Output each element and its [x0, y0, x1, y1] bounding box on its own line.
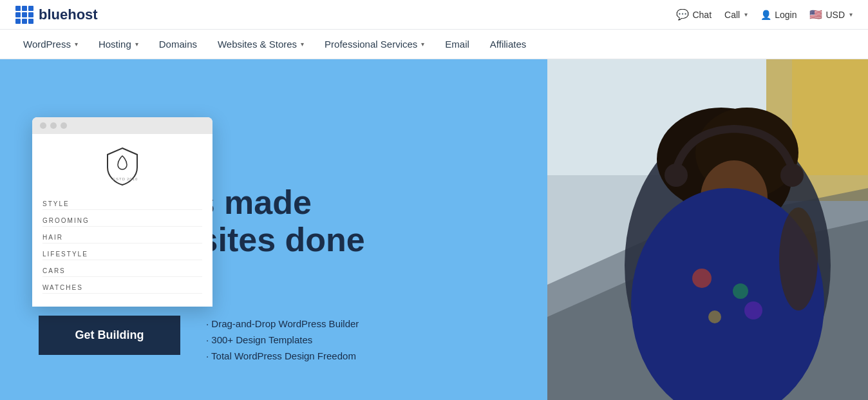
nav-email[interactable]: Email: [437, 30, 477, 59]
hero-bullet-3: · Total WordPress Design Freedom: [206, 350, 359, 361]
currency-label: USD: [826, 10, 845, 20]
user-icon: 👤: [760, 10, 771, 20]
mock-menu-cars: CARS: [42, 265, 202, 277]
svg-point-21: [779, 207, 818, 310]
main-nav: WordPress ▾ Hosting ▾ Domains Websites &…: [0, 30, 868, 59]
mock-menu-hair: HAIR: [42, 232, 202, 243]
brand-name: bluehost: [39, 6, 98, 23]
flag-icon: 🇺🇸: [809, 8, 822, 21]
nav-professional-chevron: ▾: [421, 41, 424, 48]
nav-wordpress-label: WordPress: [23, 39, 71, 50]
shield-icon: ESTD 2010: [106, 147, 138, 186]
svg-point-18: [744, 301, 762, 319]
top-actions: 💬 Chat Call ▾ 👤 Login 🇺🇸 USD ▾: [676, 8, 853, 21]
call-link[interactable]: Call ▾: [724, 10, 748, 20]
mock-site-logo: ESTD 2010: [42, 147, 202, 186]
nav-websites-chevron: ▾: [301, 41, 304, 48]
chat-link[interactable]: 💬 Chat: [676, 8, 712, 21]
svg-text:2010: 2010: [127, 177, 138, 181]
top-bar: bluehost 💬 Chat Call ▾ 👤 Login 🇺🇸 USD ▾: [0, 0, 868, 30]
login-link[interactable]: 👤 Login: [760, 10, 797, 20]
nav-hosting[interactable]: Hosting ▾: [91, 30, 146, 59]
hero-background-photo: [547, 59, 868, 400]
svg-point-15: [692, 269, 712, 288]
hero-right: [547, 59, 868, 400]
svg-text:ESTD: ESTD: [113, 177, 126, 181]
mock-browser-bar: [32, 117, 212, 134]
mock-site-menu: STYLE GROOMING HAIR LIFESTYLE CARS WATCH…: [42, 198, 202, 294]
hero-bullets: · Drag-and-Drop WordPress Builder · 300+…: [206, 316, 359, 361]
nav-affiliates-label: Affiliates: [490, 39, 526, 50]
svg-point-19: [665, 164, 688, 187]
hero-bullet-1: · Drag-and-Drop WordPress Builder: [206, 318, 359, 329]
svg-point-20: [780, 164, 804, 187]
nav-hosting-label: Hosting: [99, 39, 131, 50]
nav-professional-services-label: Professional Services: [325, 39, 417, 50]
nav-domains[interactable]: Domains: [151, 30, 205, 59]
currency-selector[interactable]: 🇺🇸 USD ▾: [809, 8, 853, 21]
nav-websites-stores[interactable]: Websites & Stores ▾: [210, 30, 312, 59]
nav-affiliates[interactable]: Affiliates: [482, 30, 534, 59]
hero-cta-row: Get Building · Drag-and-Drop WordPress B…: [39, 316, 509, 361]
mock-menu-style: STYLE: [42, 198, 202, 210]
nav-hosting-chevron: ▾: [135, 41, 138, 48]
chat-icon: 💬: [676, 8, 689, 21]
mock-browser-window: ESTD 2010 STYLE GROOMING HAIR LIFESTYLE …: [32, 117, 212, 307]
nav-wordpress-chevron: ▾: [75, 41, 78, 48]
logo-area[interactable]: bluehost: [15, 6, 98, 24]
nav-domains-label: Domains: [159, 39, 197, 50]
hero-left: WordPress made easy. Websites done right…: [0, 59, 547, 400]
svg-rect-4: [792, 59, 868, 175]
hero-section: WordPress made easy. Websites done right…: [0, 59, 868, 400]
mock-browser-content: ESTD 2010 STYLE GROOMING HAIR LIFESTYLE …: [32, 134, 212, 307]
person-photo: [547, 59, 868, 400]
hero-bullet-2: · 300+ Design Templates: [206, 334, 359, 345]
browser-dot-red: [40, 122, 46, 129]
get-building-button[interactable]: Get Building: [39, 316, 180, 355]
browser-dot-green: [61, 122, 67, 129]
mock-menu-watches: WATCHES: [42, 282, 202, 294]
browser-dot-yellow: [50, 122, 57, 129]
svg-point-16: [733, 283, 748, 299]
nav-professional-services[interactable]: Professional Services ▾: [317, 30, 432, 59]
chat-label: Chat: [692, 10, 712, 20]
mock-menu-lifestyle: LIFESTYLE: [42, 249, 202, 260]
mock-menu-grooming: GROOMING: [42, 215, 202, 227]
call-label: Call: [724, 10, 740, 20]
currency-chevron-icon: ▾: [849, 11, 853, 18]
nav-websites-stores-label: Websites & Stores: [218, 39, 297, 50]
nav-wordpress[interactable]: WordPress ▾: [15, 30, 86, 59]
svg-point-17: [708, 310, 721, 323]
logo-grid-icon: [15, 6, 33, 24]
nav-email-label: Email: [445, 39, 469, 50]
call-chevron-icon: ▾: [744, 11, 748, 18]
login-label: Login: [775, 10, 797, 20]
